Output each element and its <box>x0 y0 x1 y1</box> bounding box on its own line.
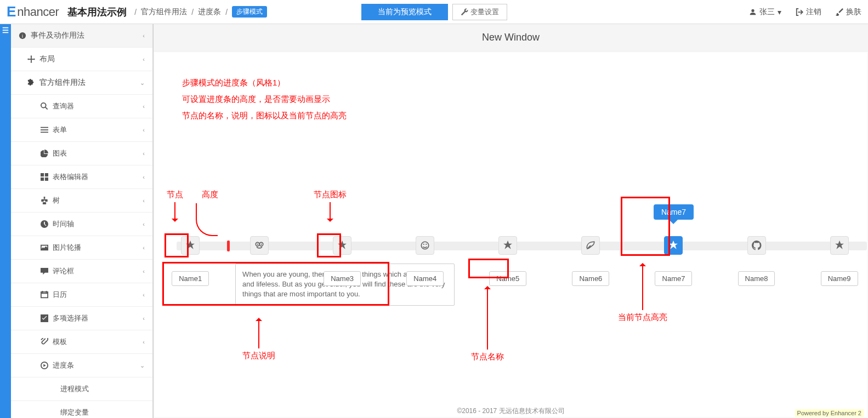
list-icon <box>41 126 48 134</box>
logo[interactable]: Enhancer <box>7 3 59 20</box>
brush-icon <box>836 8 843 16</box>
breadcrumb-link-0[interactable]: 官方组件用法 <box>141 7 187 17</box>
top-center: 当前为预览模式 变量设置 <box>361 4 507 20</box>
node-label: Name3 <box>324 271 361 286</box>
node-icon <box>416 236 434 255</box>
breadcrumb-link-1[interactable]: 进度条 <box>198 7 221 17</box>
annot-node-desc: 节点说明 <box>242 314 275 361</box>
node-label: Name5 <box>489 271 526 286</box>
clock-icon <box>41 220 48 228</box>
annot-node-name: 节点名称 <box>471 283 504 362</box>
node-icon <box>747 236 766 255</box>
node-icon <box>181 236 200 255</box>
node-tooltip: Name7 <box>654 204 694 220</box>
sidebar-item-5[interactable]: 时间轴‹ <box>11 213 152 236</box>
info-icon: i <box>19 32 26 39</box>
move-icon <box>27 55 35 63</box>
sidebar-item-9[interactable]: 多项选择器‹ <box>11 307 152 330</box>
node-label: Name7 <box>655 271 693 286</box>
node-label: Name1 <box>172 271 209 286</box>
sidebar: i 事件及动作用法‹ 布局‹ 官方组件用法⌄ 查询器‹表单‹图表‹表格编辑器‹树… <box>11 24 153 418</box>
preview-mode-button[interactable]: 当前为预览模式 <box>361 4 448 20</box>
svg-point-5 <box>257 244 258 245</box>
pie-icon <box>41 150 48 157</box>
node-icon <box>250 236 269 255</box>
sidebar-item-1[interactable]: 表单‹ <box>11 118 152 142</box>
image-icon <box>41 244 48 251</box>
logout-icon <box>796 8 803 16</box>
puzzle-icon <box>27 79 35 87</box>
collapse-icon <box>2 26 9 34</box>
sidebar-item-4[interactable]: 树‹ <box>11 189 152 213</box>
sidebar-item-11[interactable]: 进度条⌄ <box>11 354 152 377</box>
search-icon <box>41 102 48 110</box>
top-right: 张三 ▾ 注销 换肤 <box>749 7 861 17</box>
logout-button[interactable]: 注销 <box>796 7 821 17</box>
canvas: 步骤模式的进度条（风格1） 可设置进度条的高度，是否需要动画显示 节点的名称，说… <box>155 53 867 417</box>
nav-events[interactable]: i 事件及动作用法‹ <box>11 24 152 48</box>
grid-icon <box>41 173 48 181</box>
progress-node-0[interactable]: Name1 <box>172 236 209 286</box>
sidebar-container: i 事件及动作用法‹ 布局‹ 官方组件用法⌄ 查询器‹表单‹图表‹表格编辑器‹树… <box>0 24 154 418</box>
progress-node-5[interactable]: Name6 <box>572 236 609 286</box>
annot-node: 节点 <box>167 190 183 225</box>
description: 步骤模式的进度条（风格1） 可设置进度条的高度，是否需要动画显示 节点的名称，说… <box>182 75 845 124</box>
progress-node-4[interactable]: Name5 <box>489 236 526 286</box>
svg-point-9 <box>426 244 427 245</box>
user-menu[interactable]: 张三 ▾ <box>749 7 781 17</box>
progress-node-7[interactable]: Name8 <box>738 236 775 286</box>
progress-node-1[interactable]: Name2When you are young, there are many … <box>241 236 278 286</box>
var-settings-button[interactable]: 变量设置 <box>452 4 507 20</box>
node-icon <box>333 236 351 255</box>
chevron-left-icon: ‹ <box>143 32 145 39</box>
chevron-down-icon: ⌄ <box>140 79 145 87</box>
sidebar-item-0[interactable]: 查询器‹ <box>11 95 152 118</box>
progress-bar: Name1Name2When you are young, there are … <box>177 242 867 250</box>
content: New Window 步骤模式的进度条（风格1） 可设置进度条的高度，是否需要动… <box>154 24 868 418</box>
logo-text: nhancer <box>17 5 59 19</box>
nav-sub-bind[interactable]: 绑定变量 <box>11 401 152 418</box>
height-curve <box>196 203 218 236</box>
annot-node-icon: 节点图标 <box>314 190 347 225</box>
breadcrumb: 基本用法示例 / 官方组件用法 / 进度条 / 步骤模式 <box>67 5 267 19</box>
progress-node-2[interactable]: Name3 <box>324 236 361 286</box>
calendar-icon <box>41 291 48 299</box>
progress-node-3[interactable]: Name4 <box>406 236 444 286</box>
svg-point-8 <box>423 244 424 245</box>
wrench-icon <box>461 8 468 16</box>
tree-icon <box>41 197 48 204</box>
sidebar-collapse-toggle[interactable] <box>0 24 11 418</box>
height-indicator <box>227 241 230 251</box>
user-icon <box>749 8 757 16</box>
clip-icon <box>41 338 48 346</box>
check-icon <box>41 314 48 322</box>
logo-e: E <box>7 3 16 20</box>
node-label: Name4 <box>406 271 444 286</box>
skin-button[interactable]: 换肤 <box>836 7 861 17</box>
svg-point-6 <box>260 244 262 245</box>
nav-official[interactable]: 官方组件用法⌄ <box>11 71 152 95</box>
footer-copyright: ©2016 - 2017 无远信息技术有限公司 <box>155 406 867 416</box>
progress-node-6[interactable]: Name7Name7 <box>655 236 693 286</box>
node-icon <box>830 236 849 255</box>
sidebar-item-10[interactable]: 模板‹ <box>11 330 152 354</box>
sidebar-item-3[interactable]: 表格编辑器‹ <box>11 165 152 189</box>
nav-layout[interactable]: 布局‹ <box>11 48 152 71</box>
node-icon <box>664 236 683 255</box>
sidebar-item-6[interactable]: 图片轮播‹ <box>11 236 152 260</box>
node-label: Name9 <box>821 271 858 286</box>
chevron-left-icon: ‹ <box>143 56 145 62</box>
breadcrumb-title: 基本用法示例 <box>67 5 127 19</box>
sidebar-item-2[interactable]: 图表‹ <box>11 142 152 165</box>
nav-sub-process[interactable]: 进程模式 <box>11 377 152 401</box>
window-title: New Window <box>154 24 868 51</box>
annot-height: 高度 <box>202 190 218 200</box>
sidebar-item-7[interactable]: 评论框‹ <box>11 260 152 283</box>
sidebar-item-8[interactable]: 日历‹ <box>11 283 152 307</box>
topbar: Enhancer 基本用法示例 / 官方组件用法 / 进度条 / 步骤模式 当前… <box>0 0 868 24</box>
powered-by: Powered by Enhancer 2 <box>795 409 864 417</box>
node-label: Name6 <box>572 271 609 286</box>
progress-node-8[interactable]: Name9 <box>821 236 858 286</box>
breadcrumb-current: 步骤模式 <box>232 6 267 18</box>
node-icon <box>581 236 600 255</box>
